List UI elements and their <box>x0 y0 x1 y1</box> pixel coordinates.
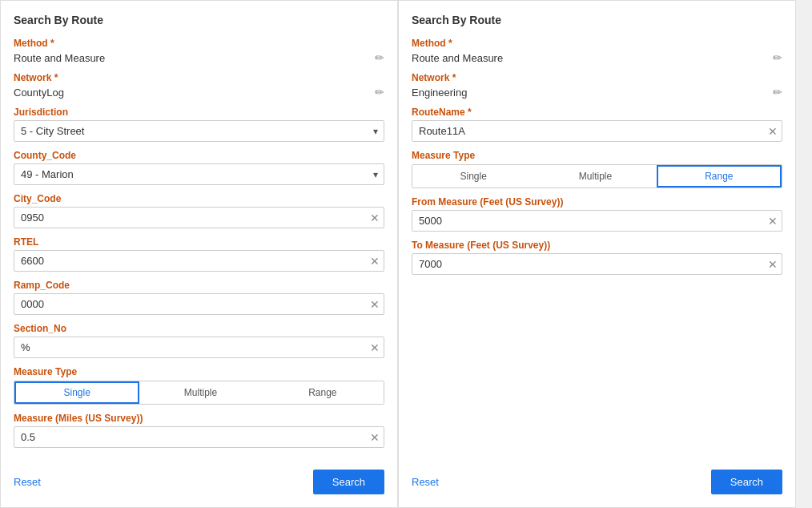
left-county-code-group: County_Code 49 - Marion 1 - Adams 2 - Al… <box>14 150 384 185</box>
right-tab-multiple[interactable]: Multiple <box>534 165 656 187</box>
right-method-group: Method * Route and Measure ✏ <box>412 38 782 64</box>
left-network-row: CountyLog ✏ <box>14 86 384 99</box>
left-rtel-input[interactable] <box>14 250 384 272</box>
left-measure-wrapper: ✕ <box>14 426 384 448</box>
right-search-button[interactable]: Search <box>711 470 782 494</box>
right-from-measure-input[interactable] <box>412 210 782 232</box>
left-county-code-label: County_Code <box>14 150 384 161</box>
left-rtel-label: RTEL <box>14 236 384 248</box>
left-panel-title: Search By Route <box>14 14 384 26</box>
left-reset-button[interactable]: Reset <box>14 476 41 488</box>
left-network-group: Network * CountyLog ✏ <box>14 72 384 99</box>
right-measure-type-group: Measure Type Single Multiple Range <box>412 150 782 188</box>
right-from-measure-wrapper: ✕ <box>412 210 782 232</box>
left-tab-multiple[interactable]: Multiple <box>139 381 261 404</box>
left-jurisdiction-select[interactable]: 5 - City Street 1 - State 2 - County <box>14 120 384 142</box>
left-city-code-group: City_Code ✕ <box>14 193 384 228</box>
left-measure-input[interactable] <box>14 426 384 448</box>
right-routename-label: RouteName * <box>412 107 782 118</box>
left-section-no-group: Section_No ✕ <box>14 323 384 358</box>
right-routename-clear-button[interactable]: ✕ <box>768 126 778 137</box>
right-measure-tabs: Single Multiple Range <box>412 164 782 188</box>
right-from-measure-label: From Measure (Feet (US Survey)) <box>412 196 782 208</box>
left-section-no-wrapper: ✕ <box>14 337 384 358</box>
left-measure-type-group: Measure Type Single Multiple Range <box>14 366 384 405</box>
right-network-value: Engineering <box>412 87 770 99</box>
right-method-edit-icon[interactable]: ✏ <box>773 51 782 64</box>
left-rtel-wrapper: ✕ <box>14 250 384 272</box>
right-from-measure-clear-button[interactable]: ✕ <box>768 216 778 227</box>
right-to-measure-label: To Measure (Feet (US Survey)) <box>412 240 782 251</box>
left-county-code-select[interactable]: 49 - Marion 1 - Adams 2 - Allen <box>14 163 384 185</box>
right-method-label: Method * <box>412 38 782 49</box>
left-network-value: CountyLog <box>14 87 372 99</box>
left-method-edit-icon[interactable]: ✏ <box>375 51 384 64</box>
left-jurisdiction-group: Jurisdiction 5 - City Street 1 - State 2… <box>14 107 384 142</box>
left-city-code-clear-button[interactable]: ✕ <box>370 212 380 224</box>
right-footer: Reset Search <box>412 463 782 494</box>
left-panel: Search By Route Method * Route and Measu… <box>0 0 398 508</box>
left-measure-type-label: Measure Type <box>14 366 384 377</box>
right-routename-wrapper: ✕ <box>412 120 782 142</box>
right-network-label: Network * <box>412 72 782 83</box>
left-city-code-label: City_Code <box>14 193 384 204</box>
left-city-code-wrapper: ✕ <box>14 207 384 228</box>
right-to-measure-wrapper: ✕ <box>412 253 782 275</box>
right-routename-group: RouteName * ✕ <box>412 107 782 142</box>
left-city-code-input[interactable] <box>14 207 384 228</box>
left-ramp-code-input[interactable] <box>14 293 384 315</box>
left-measure-label: Measure (Miles (US Survey)) <box>14 413 384 424</box>
right-measure-type-label: Measure Type <box>412 150 782 161</box>
left-measure-group: Measure (Miles (US Survey)) ✕ <box>14 413 384 448</box>
left-method-value: Route and Measure <box>14 52 372 64</box>
left-footer: Reset Search <box>14 463 384 494</box>
right-method-value: Route and Measure <box>412 52 770 64</box>
right-reset-button[interactable]: Reset <box>412 476 439 488</box>
left-section-no-input[interactable] <box>14 337 384 358</box>
right-to-measure-group: To Measure (Feet (US Survey)) ✕ <box>412 240 782 275</box>
left-county-code-wrapper: 49 - Marion 1 - Adams 2 - Allen ▾ <box>14 163 384 185</box>
left-jurisdiction-wrapper: 5 - City Street 1 - State 2 - County ▾ <box>14 120 384 142</box>
left-section-no-clear-button[interactable]: ✕ <box>370 342 380 353</box>
right-from-measure-group: From Measure (Feet (US Survey)) ✕ <box>412 196 782 232</box>
left-ramp-code-clear-button[interactable]: ✕ <box>370 299 380 310</box>
left-tab-range[interactable]: Range <box>262 381 384 404</box>
left-method-row: Route and Measure ✏ <box>14 51 384 64</box>
left-search-button[interactable]: Search <box>313 470 384 494</box>
right-network-edit-icon[interactable]: ✏ <box>773 86 782 99</box>
left-rtel-group: RTEL ✕ <box>14 236 384 272</box>
left-ramp-code-wrapper: ✕ <box>14 293 384 315</box>
right-network-group: Network * Engineering ✏ <box>412 72 782 99</box>
left-measure-clear-button[interactable]: ✕ <box>370 432 380 443</box>
right-routename-input[interactable] <box>412 120 782 142</box>
left-network-edit-icon[interactable]: ✏ <box>375 86 384 99</box>
left-jurisdiction-label: Jurisdiction <box>14 107 384 118</box>
right-to-measure-clear-button[interactable]: ✕ <box>768 259 778 270</box>
right-method-row: Route and Measure ✏ <box>412 51 782 64</box>
left-tab-single[interactable]: Single <box>14 381 139 404</box>
left-ramp-code-label: Ramp_Code <box>14 280 384 291</box>
left-ramp-code-group: Ramp_Code ✕ <box>14 280 384 315</box>
left-method-group: Method * Route and Measure ✏ <box>14 38 384 64</box>
right-tab-range[interactable]: Range <box>657 165 782 187</box>
right-to-measure-input[interactable] <box>412 253 782 275</box>
right-panel: Search By Route Method * Route and Measu… <box>398 0 796 508</box>
left-method-label: Method * <box>14 38 384 49</box>
right-panel-title: Search By Route <box>412 14 782 26</box>
right-network-row: Engineering ✏ <box>412 86 782 99</box>
left-measure-tabs: Single Multiple Range <box>14 381 384 405</box>
right-tab-single[interactable]: Single <box>412 165 534 187</box>
left-rtel-clear-button[interactable]: ✕ <box>370 256 380 267</box>
left-network-label: Network * <box>14 72 384 83</box>
left-section-no-label: Section_No <box>14 323 384 334</box>
